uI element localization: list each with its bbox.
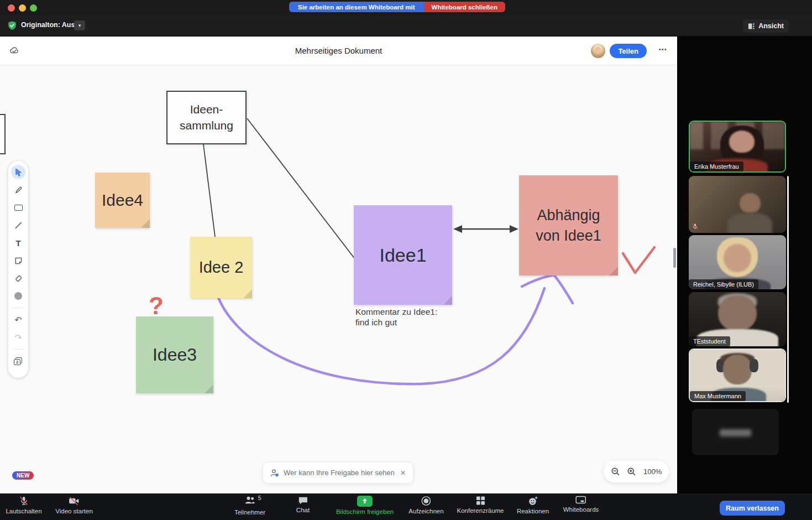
video-label: Video starten (55, 508, 93, 514)
share-whiteboard-button[interactable]: Teilen (610, 44, 647, 58)
participant-video (692, 409, 779, 455)
zoom-out-button[interactable] (611, 467, 620, 476)
reactions-label: Reaktionen (517, 508, 549, 514)
dependent-label-line1: Abhängig (537, 205, 600, 225)
participant-tile-max[interactable]: Max Mustermann (689, 349, 786, 402)
zoom-level: 100% (643, 467, 662, 476)
collab-banner-label: Sie arbeiten an diesem Whiteboard mit (289, 2, 424, 12)
participant-tile-2[interactable] (689, 176, 786, 233)
participant-tile-teststudent[interactable]: TEststudent (689, 292, 786, 346)
question-mark-annotation[interactable]: ? (149, 292, 164, 320)
sticky-note-icon (14, 257, 23, 265)
idee3-label: Idee3 (153, 345, 197, 365)
pages-count: 2 (14, 359, 20, 365)
host-avatar[interactable] (591, 44, 605, 58)
macos-titlebar: Sie arbeiten an diesem Whiteboard mit Wh… (0, 0, 812, 15)
breakout-rooms-button[interactable]: Konferenzräume (457, 496, 504, 514)
participant-name: TEststudent (689, 336, 730, 346)
zoom-controls: 100% (604, 461, 669, 482)
participant-name: Max Mustermann (690, 391, 746, 401)
sticky-note-idee1[interactable]: Idee1 (354, 205, 452, 305)
close-window-button[interactable] (8, 4, 15, 12)
idee1-label: Idee1 (379, 245, 426, 266)
sidebar-scrollbar[interactable] (787, 176, 789, 403)
participant-tile-6[interactable] (692, 409, 779, 455)
palette-divider (13, 349, 24, 350)
participant-video (689, 176, 786, 233)
sticky-note-idee3[interactable]: Idee3 (136, 316, 213, 393)
shape-tool[interactable] (11, 199, 26, 216)
reactions-button[interactable]: Reaktionen (517, 496, 549, 514)
participants-label: Teilnehmer (234, 509, 265, 516)
toast-message: Wer kann Ihre Freigabe hier sehen (284, 469, 395, 477)
text-tool[interactable]: T (11, 234, 26, 252)
pages-icon: 2 (14, 357, 23, 366)
whiteboards-icon (575, 496, 586, 505)
dependent-label-line2: von Idee1 (536, 226, 601, 246)
share-screen-icon (357, 496, 373, 507)
more-options-button[interactable]: ••• (659, 46, 667, 53)
rectangle-icon (14, 205, 23, 211)
line-tool[interactable] (11, 216, 26, 234)
audio-options-caret[interactable]: ▾ (74, 20, 85, 30)
participant-tile-reichel[interactable]: Reichel, Sibylle (ILUB) (689, 235, 786, 289)
meeting-top-bar: Originalton: Aus ▾ Ansicht (0, 15, 812, 36)
view-layout-icon (748, 23, 755, 30)
breakout-rooms-icon (475, 496, 485, 506)
redo-button[interactable]: ↷ (11, 329, 26, 346)
collection-label-line1: Ideen- (190, 102, 223, 117)
fullscreen-window-button[interactable] (30, 4, 37, 12)
whiteboard-scrollbar[interactable] (673, 248, 676, 268)
breakout-rooms-label: Konferenzräume (457, 507, 504, 514)
record-label: Aufzeichnen (408, 508, 443, 514)
mic-muted-icon (19, 496, 29, 506)
view-button[interactable]: Ansicht (743, 19, 789, 33)
comment-line1: Kommentar zu Idee1: (355, 306, 437, 317)
whiteboard-banner: Sie arbeiten an diesem Whiteboard mit Wh… (289, 2, 505, 12)
whiteboard-header: Mehrseitiges Dokument Teilen ••• (0, 37, 677, 65)
close-whiteboard-button[interactable]: Whiteboard schließen (424, 2, 506, 12)
new-feature-badge: NEW (12, 471, 34, 480)
share-visibility-toast: Wer kann Ihre Freigabe hier sehen ✕ (263, 462, 413, 483)
collection-label-line2: sammlung (180, 118, 233, 133)
zoom-out-icon (611, 467, 620, 476)
pen-tool[interactable] (11, 181, 26, 199)
select-tool[interactable] (11, 165, 25, 179)
share-screen-button[interactable]: Bildschirm freigeben (336, 496, 394, 515)
chat-label: Chat (296, 507, 310, 513)
record-button[interactable]: Aufzeichnen (408, 496, 443, 514)
original-audio-status: Originalton: Aus (21, 21, 75, 29)
participant-tile-erika[interactable]: Erika Musterfrau (689, 121, 786, 173)
cursor-icon (14, 168, 23, 176)
sticky-note-dependent[interactable]: Abhängig von Idee1 (519, 175, 618, 275)
participants-count: 5 (258, 495, 261, 501)
offscreen-note[interactable] (0, 114, 6, 154)
leave-room-button[interactable]: Raum verlassen (720, 501, 785, 516)
undo-button[interactable]: ↶ (11, 311, 26, 329)
unmute-button[interactable]: Lautschalten (6, 496, 41, 514)
reactions-icon (528, 496, 538, 506)
zoom-in-button[interactable] (627, 467, 636, 476)
zoom-app-window: Sie arbeiten an diesem Whiteboard mit Wh… (0, 0, 812, 520)
security-shield-icon[interactable] (7, 20, 17, 30)
muted-mic-icon (691, 223, 699, 230)
sticky-note-idee2[interactable]: Idee 2 (190, 237, 252, 298)
participants-button[interactable]: 5 Teilnehmer (234, 496, 265, 516)
color-swatch-icon (14, 292, 22, 300)
participants-icon (244, 496, 256, 505)
eraser-tool[interactable] (11, 269, 26, 287)
pages-button[interactable]: 2 (11, 352, 26, 370)
minimize-window-button[interactable] (19, 4, 26, 12)
whiteboards-button[interactable]: Whiteboards (563, 496, 599, 513)
participants-sidebar: Erika Musterfrau Reichel, Sibylle (ILUB) (677, 36, 812, 493)
sticky-note-idee4[interactable]: Idee4 (95, 173, 150, 228)
start-video-button[interactable]: Video starten (55, 496, 93, 514)
toast-close-icon[interactable]: ✕ (400, 469, 406, 477)
idea-collection-box[interactable]: Ideen- sammlung (166, 91, 247, 144)
whiteboard-title: Mehrseitiges Dokument (0, 46, 677, 55)
chat-button[interactable]: Chat (296, 496, 310, 513)
view-button-label: Ansicht (758, 22, 784, 30)
idee1-comment[interactable]: Kommentar zu Idee1: find ich gut (355, 306, 437, 327)
sticky-note-tool[interactable] (11, 252, 26, 269)
color-tool[interactable] (11, 287, 26, 305)
